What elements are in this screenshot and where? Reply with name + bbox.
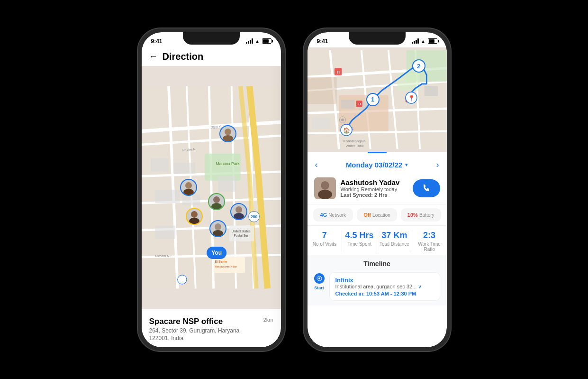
prev-date-button[interactable]: ‹ — [315, 160, 318, 170]
svg-rect-17 — [182, 194, 200, 205]
stop-1: 1 — [366, 93, 380, 106]
user-status: Working Remotely today — [341, 186, 408, 192]
battery-icon — [262, 38, 271, 44]
svg-rect-20 — [229, 225, 253, 241]
avatar-pin-1 — [219, 125, 236, 142]
svg-point-84 — [318, 277, 320, 279]
stat-time-label: Time Spent — [342, 241, 377, 247]
svg-text:Restaurante Y Bar: Restaurante Y Bar — [215, 265, 237, 268]
svg-text:United States: United States — [231, 229, 250, 232]
map-area-2: H H H Konamangala Water Tank HOME — [308, 47, 447, 152]
battery-value: 10% — [407, 212, 418, 218]
svg-rect-58 — [308, 77, 337, 104]
stat-visits: 7 No of Visits — [308, 231, 343, 252]
svg-point-81 — [321, 181, 329, 190]
status-icons-2: ▲ — [412, 38, 437, 44]
home-pin: 🏠 — [339, 123, 353, 139]
svg-point-39 — [183, 189, 194, 195]
svg-rect-19 — [155, 225, 175, 239]
timeline-content: Infinix Institutional area, gurgaon sec … — [329, 272, 440, 301]
notch-2 — [349, 32, 406, 45]
map-svg-1: Marconi Park United States Postal Ser 25… — [142, 66, 281, 309]
place-address-2: 122001, India — [149, 335, 240, 342]
svg-point-42 — [235, 206, 242, 213]
svg-point-82 — [318, 190, 332, 199]
user-card: Aashutosh Yadav Working Remotely today L… — [308, 173, 447, 204]
signal-icon-2 — [412, 38, 419, 44]
call-button[interactable] — [413, 179, 440, 197]
svg-text:H: H — [358, 102, 361, 106]
timeline-item-1: Start Infinix Institutional area, gurgao… — [314, 272, 440, 301]
svg-rect-15 — [173, 162, 195, 174]
you-pin: You — [207, 247, 226, 259]
stat-time: 4.5 Hrs Time Spent — [342, 231, 377, 252]
location-marker: 📍 — [405, 91, 418, 104]
svg-point-45 — [189, 218, 199, 224]
status-pills: 4G Network Off Location 10% Battery — [308, 204, 447, 225]
timeline-place: Infinix — [335, 277, 434, 284]
wifi-icon: ▲ — [255, 38, 260, 44]
stop-2: 2 — [412, 59, 425, 73]
stat-distance: 37 Km Total Distance — [377, 231, 412, 252]
signal-icon — [246, 38, 253, 44]
date-dropdown-icon[interactable]: ▾ — [405, 162, 408, 168]
svg-rect-61 — [341, 100, 354, 109]
user-name: Aashutosh Yadav — [341, 178, 408, 186]
stat-ratio: 2:3 Work Time Ratio — [412, 231, 447, 252]
svg-rect-64 — [312, 117, 330, 129]
header-bar: ← Direction — [142, 47, 281, 66]
svg-point-47 — [213, 230, 223, 236]
bottom-card: Spacare NSP office 264, Sector 39, Gurug… — [142, 309, 281, 347]
map-scale: 2km — [263, 317, 273, 323]
svg-point-40 — [213, 196, 220, 203]
svg-point-37 — [223, 135, 233, 141]
svg-text:Richard A...: Richard A... — [155, 254, 171, 258]
start-label: Start — [314, 286, 324, 290]
stat-distance-value: 37 Km — [377, 231, 412, 240]
stat-ratio-label: Work Time Ratio — [412, 241, 447, 252]
date-label: Monday 03/02/22 — [346, 161, 402, 169]
svg-point-41 — [211, 203, 222, 209]
svg-text:Postal Ser: Postal Ser — [234, 234, 248, 237]
battery-label: Battery — [419, 213, 434, 218]
svg-rect-60 — [397, 73, 419, 91]
date-center: Monday 03/02/22 ▾ — [346, 161, 408, 169]
svg-rect-18 — [218, 176, 236, 192]
next-date-button[interactable]: › — [436, 160, 439, 170]
svg-text:Konamangala: Konamangala — [343, 139, 366, 143]
svg-text:H: H — [336, 69, 339, 74]
date-nav: ‹ Monday 03/02/22 ▾ › — [308, 155, 447, 173]
location-label: Location — [372, 213, 390, 218]
map-area-1: Marconi Park United States Postal Ser 25… — [142, 66, 281, 309]
user-sync: Last Synced: 2 Hrs — [341, 192, 408, 198]
timeline-start-dot — [314, 273, 325, 284]
svg-point-46 — [215, 223, 221, 230]
svg-point-36 — [225, 129, 231, 135]
stat-time-value: 4.5 Hrs — [342, 231, 377, 240]
avatar-pin-4 — [230, 203, 247, 220]
network-value: 4G — [320, 212, 327, 218]
svg-text:🏠: 🏠 — [343, 127, 350, 134]
svg-text:📍: 📍 — [408, 94, 415, 102]
expand-icon[interactable]: ∨ — [418, 284, 422, 289]
svg-text:Marconi Park: Marconi Park — [216, 161, 240, 166]
network-pill: 4G Network — [313, 208, 353, 222]
svg-text:Water Tank: Water Tank — [345, 143, 363, 148]
avatar-pin-5 — [186, 208, 203, 225]
stat-visits-value: 7 — [308, 231, 342, 240]
stats-row: 7 No of Visits 4.5 Hrs Time Spent 37 Km … — [308, 225, 447, 255]
location-value: Off — [363, 212, 371, 218]
user-info: Aashutosh Yadav Working Remotely today L… — [341, 178, 408, 198]
location-pill: Off Location — [357, 208, 397, 222]
stat-distance-label: Total Distance — [377, 241, 412, 247]
timeline-time: Checked in: 10:53 AM - 12:30 PM — [335, 291, 434, 296]
place-name: Spacare NSP office — [149, 317, 240, 326]
svg-point-38 — [185, 182, 192, 189]
battery-icon-2 — [428, 38, 437, 44]
back-button[interactable]: ← — [149, 52, 158, 62]
svg-point-44 — [191, 211, 198, 218]
phone-1: 9:41 ▲ ← Direction — [138, 28, 285, 351]
timeline-title: Timeline — [314, 260, 440, 268]
battery-pill: 10% Battery — [401, 208, 441, 222]
avatar-pin-2 — [180, 179, 197, 196]
